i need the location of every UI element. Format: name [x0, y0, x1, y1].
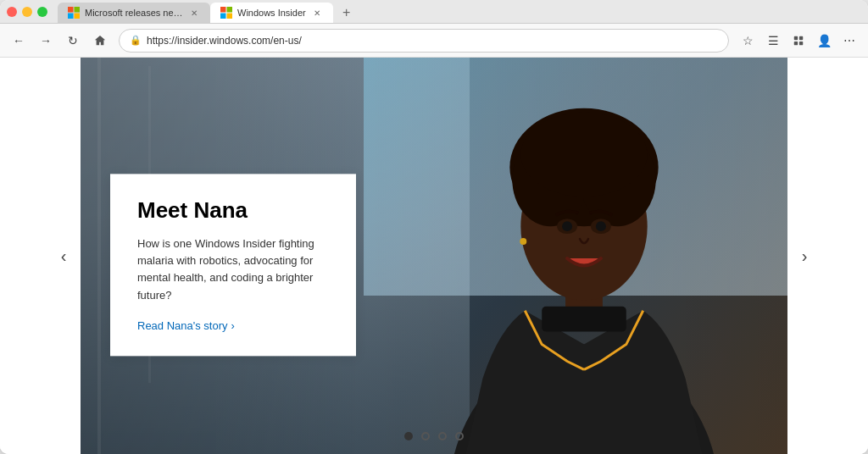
- settings-button[interactable]: ⋯: [837, 29, 861, 53]
- svg-rect-2: [68, 14, 74, 19]
- favorites-button[interactable]: ☆: [736, 29, 760, 53]
- svg-rect-6: [220, 14, 226, 19]
- url-text: https://insider.windows.com/en-us/: [147, 35, 302, 47]
- tab2-favicon: [220, 7, 232, 19]
- tabs-bar: Microsoft releases new Windo... ✕ Window…: [58, 0, 861, 23]
- new-tab-button[interactable]: +: [337, 3, 357, 23]
- svg-rect-11: [799, 41, 803, 44]
- back-button[interactable]: ←: [7, 29, 31, 53]
- tab-windows-insider[interactable]: Windows Insider ✕: [210, 3, 333, 23]
- refresh-button[interactable]: ↻: [61, 29, 85, 53]
- address-bar[interactable]: 🔒 https://insider.windows.com/en-us/: [119, 29, 729, 53]
- carousel-dots: [404, 432, 464, 440]
- nav-bar: ← → ↻ 🔒 https://insider.windows.com/en-u…: [0, 24, 868, 58]
- hero-slider: Meet Nana How is one Windows Insider fig…: [0, 58, 868, 454]
- svg-rect-5: [227, 7, 233, 13]
- svg-rect-0: [68, 7, 74, 13]
- svg-point-18: [520, 113, 647, 197]
- svg-rect-10: [794, 41, 798, 44]
- carousel-dot-1[interactable]: [404, 432, 413, 440]
- reading-list-button[interactable]: ☰: [761, 29, 785, 53]
- browser-window: Microsoft releases new Windo... ✕ Window…: [0, 0, 868, 454]
- hero-description: How is one Windows Insider fighting mala…: [137, 236, 329, 305]
- svg-rect-8: [794, 36, 798, 39]
- svg-rect-24: [542, 307, 626, 332]
- close-button[interactable]: [7, 7, 17, 17]
- chevron-right-icon: ›: [231, 319, 235, 332]
- forward-button[interactable]: →: [34, 29, 58, 53]
- hero-card: Meet Nana How is one Windows Insider fig…: [110, 174, 356, 356]
- minimize-button[interactable]: [22, 7, 32, 17]
- tab1-favicon: [68, 7, 80, 19]
- title-bar: Microsoft releases new Windo... ✕ Window…: [0, 0, 868, 24]
- svg-rect-3: [75, 14, 81, 19]
- traffic-lights: [7, 7, 47, 17]
- svg-rect-7: [227, 14, 233, 19]
- person-image: [431, 58, 737, 454]
- carousel-next-button[interactable]: ›: [787, 239, 821, 273]
- carousel-dot-3[interactable]: [438, 432, 447, 440]
- hub-button[interactable]: [787, 29, 810, 53]
- hero-title: Meet Nana: [137, 197, 329, 224]
- svg-rect-9: [799, 36, 803, 39]
- carousel-dot-2[interactable]: [421, 432, 430, 440]
- hero-link-text: Read Nana's story: [137, 319, 228, 332]
- svg-point-21: [562, 221, 572, 231]
- tab2-close-button[interactable]: ✕: [311, 7, 323, 19]
- lock-icon: 🔒: [130, 35, 142, 46]
- tab1-close-button[interactable]: ✕: [188, 7, 200, 19]
- content-area: Meet Nana How is one Windows Insider fig…: [0, 58, 868, 454]
- home-button[interactable]: [88, 29, 112, 53]
- website: Meet Nana How is one Windows Insider fig…: [0, 58, 868, 454]
- tab-microsoft-releases[interactable]: Microsoft releases new Windo... ✕: [58, 3, 210, 23]
- maximize-button[interactable]: [37, 7, 47, 17]
- svg-rect-4: [220, 7, 226, 13]
- svg-rect-1: [75, 7, 81, 13]
- hero-link[interactable]: Read Nana's story ›: [137, 319, 329, 332]
- tab1-title: Microsoft releases new Windo...: [85, 8, 183, 18]
- svg-point-22: [596, 221, 606, 231]
- nav-actions: ☆ ☰ 👤 ⋯: [736, 29, 861, 53]
- carousel-prev-button[interactable]: ‹: [47, 239, 81, 273]
- share-button[interactable]: 👤: [812, 29, 836, 53]
- carousel-dot-4[interactable]: [455, 432, 464, 440]
- tab2-title: Windows Insider: [237, 8, 306, 18]
- svg-point-23: [520, 238, 526, 245]
